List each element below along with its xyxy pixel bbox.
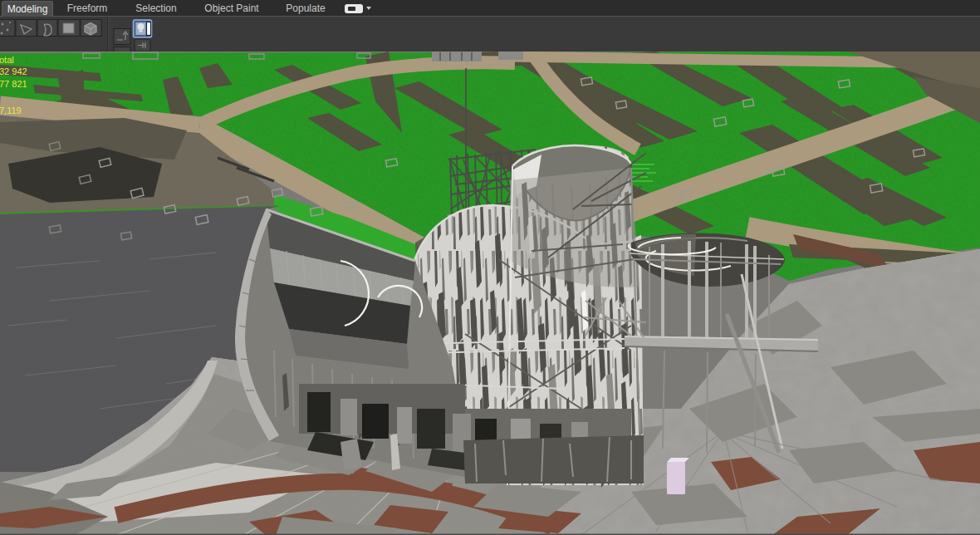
svg-text:32 942: 32 942 [0, 66, 27, 76]
svg-text:otal: otal [0, 55, 14, 65]
svg-text:7,119: 7,119 [0, 106, 22, 115]
svg-text:77 821: 77 821 [0, 79, 27, 89]
